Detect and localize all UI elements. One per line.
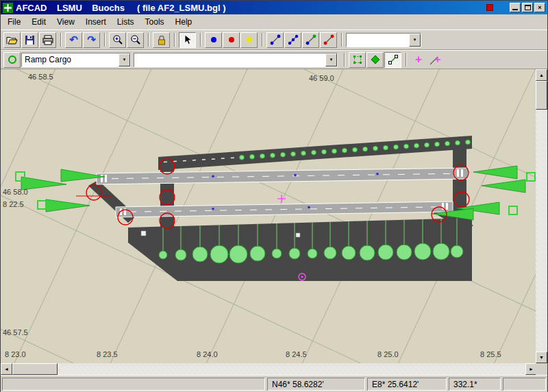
parking-spot[interactable] <box>342 246 356 260</box>
undo-arrow-icon: ↶ <box>69 35 78 45</box>
taxi-spot[interactable] <box>373 146 378 151</box>
taxi-spot[interactable] <box>425 143 429 147</box>
mixed-segment-tool-button[interactable] <box>302 32 319 48</box>
taxi-spot[interactable] <box>332 149 337 154</box>
parking-spot[interactable] <box>378 245 393 260</box>
zoom-in-button[interactable] <box>109 32 126 48</box>
parking-spot[interactable] <box>210 245 228 263</box>
approach-arrow[interactable] <box>46 199 90 212</box>
combo-dropdown-arrow[interactable]: ▼ <box>119 53 130 66</box>
approach-arrow[interactable] <box>473 166 517 179</box>
taxi-spot[interactable] <box>301 151 306 156</box>
parking-spot[interactable] <box>308 249 317 258</box>
scroll-up-button[interactable]: ▲ <box>536 69 547 81</box>
taxi-spot[interactable] <box>456 140 460 145</box>
print-button[interactable] <box>39 32 56 48</box>
scroll-left-button[interactable]: ◄ <box>1 363 12 375</box>
red-node-tool-button[interactable] <box>223 32 240 48</box>
taxi-spot[interactable] <box>445 141 450 146</box>
taxi-spot[interactable] <box>291 151 296 156</box>
menu-file[interactable]: File <box>2 15 26 29</box>
parking-spot[interactable] <box>324 247 336 259</box>
parking-spot[interactable] <box>289 248 300 259</box>
approach-arrow[interactable] <box>482 180 525 193</box>
maximize-button[interactable] <box>522 3 533 12</box>
segment-tool-button[interactable] <box>266 32 284 48</box>
parking-type-combobox[interactable]: Ramp Cargo ▼ <box>21 53 131 67</box>
lock-button[interactable] <box>153 32 170 48</box>
parking-spot[interactable] <box>192 247 208 262</box>
combo-dropdown-arrow[interactable]: ▼ <box>409 34 421 47</box>
open-button[interactable] <box>3 32 21 48</box>
threshold-square[interactable] <box>38 201 46 209</box>
menu-tools[interactable]: Tools <box>140 15 170 29</box>
redo-button[interactable]: ↷ <box>83 32 100 48</box>
parking-tool-button[interactable] <box>3 52 21 68</box>
undo-button[interactable]: ↶ <box>65 32 82 48</box>
diamond-button[interactable] <box>366 52 384 68</box>
taxi-spot[interactable] <box>250 154 255 159</box>
minimize-button[interactable] <box>510 3 521 12</box>
parking-spot[interactable] <box>414 243 431 260</box>
taxi-spot[interactable] <box>394 145 399 149</box>
map-canvas[interactable]: 46 58.546 59.046 58.08 22.546 57.58 23.0… <box>1 69 537 363</box>
yellow-node-tool-button[interactable] <box>240 32 258 48</box>
runway-1[interactable] <box>97 168 469 184</box>
close-button[interactable]: × <box>534 3 545 12</box>
building-square[interactable] <box>141 231 146 236</box>
taxi-spot[interactable] <box>271 153 275 158</box>
taxi-spot[interactable] <box>353 147 358 152</box>
blue-node-tool-button[interactable] <box>205 32 222 48</box>
style-combobox[interactable]: ▼ <box>346 33 421 47</box>
open-folder-icon <box>6 35 18 45</box>
parking-spot[interactable] <box>229 245 247 263</box>
insert-point-on-line-tool[interactable] <box>427 52 443 68</box>
object-name-combobox[interactable]: ▼ <box>134 53 338 67</box>
approach-arrow[interactable] <box>21 177 66 190</box>
save-button[interactable] <box>21 32 38 48</box>
menu-edit[interactable]: Edit <box>26 15 51 29</box>
parking-spot[interactable] <box>397 245 412 260</box>
menu-lists[interactable]: Lists <box>112 15 140 29</box>
taxi-spot[interactable] <box>435 142 440 147</box>
menu-help[interactable]: Help <box>170 15 198 29</box>
rect-handles-button[interactable] <box>349 52 366 68</box>
taxi-spot[interactable] <box>281 152 286 157</box>
horizontal-scroll-thumb[interactable] <box>12 363 58 375</box>
parking-spot[interactable] <box>272 249 282 258</box>
horizontal-scrollbar[interactable]: ◄ ► <box>1 363 537 375</box>
add-point-tool[interactable]: + <box>410 52 427 68</box>
polyline-tool-button[interactable] <box>284 32 301 48</box>
airport-map <box>1 69 537 363</box>
parking-spot[interactable] <box>159 251 167 259</box>
menu-view[interactable]: View <box>51 15 80 29</box>
edit-segment-button[interactable] <box>384 52 401 68</box>
select-tool-button[interactable] <box>179 32 196 48</box>
parking-spot[interactable] <box>175 249 186 260</box>
parking-spot[interactable] <box>360 245 375 260</box>
menu-insert[interactable]: Insert <box>80 15 112 29</box>
parking-spot[interactable] <box>451 245 463 258</box>
red-segment-tool-button[interactable] <box>320 32 337 48</box>
combo-dropdown-arrow[interactable]: ▼ <box>325 53 337 66</box>
taxi-spot[interactable] <box>260 154 265 158</box>
taxi-spot[interactable] <box>342 148 347 153</box>
parking-spot[interactable] <box>250 246 265 261</box>
parking-spot[interactable] <box>433 243 449 260</box>
scroll-down-button[interactable]: ▼ <box>536 352 547 363</box>
taxi-spot[interactable] <box>384 145 388 150</box>
vertical-scroll-thumb[interactable] <box>536 81 547 110</box>
edit-toolbar: Ramp Cargo ▼ ▼ <box>1 50 547 69</box>
taxi-spot[interactable] <box>363 147 368 151</box>
titlebar[interactable]: AFCAD LSMU Buochs ( file AF2_LSMU.bgl ) … <box>1 1 547 14</box>
taxi-spot[interactable] <box>240 155 245 160</box>
taxi-spot[interactable] <box>466 140 471 145</box>
taxi-spot[interactable] <box>414 143 419 148</box>
building-square[interactable] <box>296 233 300 237</box>
taxi-spot[interactable] <box>322 149 327 154</box>
vertical-scrollbar[interactable]: ▲ ▼ <box>536 69 547 363</box>
zoom-out-button[interactable] <box>127 32 144 48</box>
taxi-spot[interactable] <box>404 144 409 149</box>
taxi-spot[interactable] <box>312 150 316 155</box>
threshold-square[interactable] <box>509 206 517 215</box>
